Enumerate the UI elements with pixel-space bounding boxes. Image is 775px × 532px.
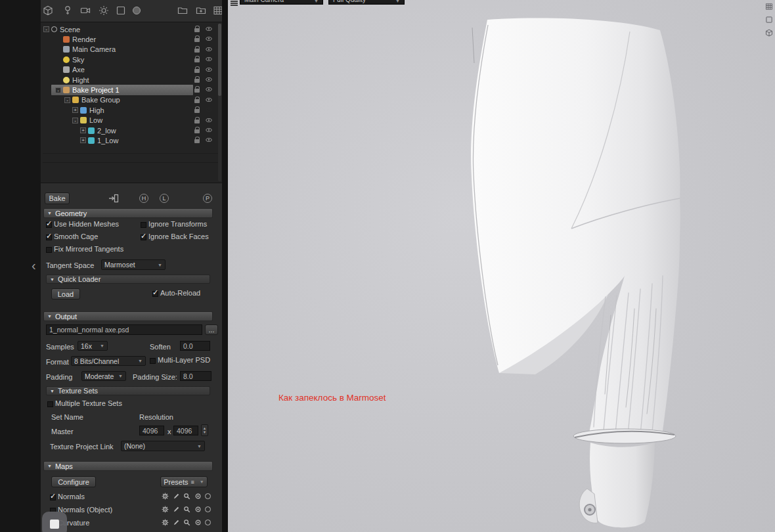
- preview-quick-icon[interactable]: P: [203, 194, 212, 203]
- lock-icon[interactable]: [194, 109, 200, 113]
- tree-row-low[interactable]: - Low: [41, 116, 222, 125]
- visibility-icon[interactable]: [206, 97, 212, 103]
- texture-sets-section-header[interactable]: ▼ Texture Sets: [46, 386, 210, 395]
- lock-icon[interactable]: [194, 139, 200, 143]
- tree-row-axe[interactable]: Axe: [41, 65, 222, 75]
- add-mesh-icon[interactable]: [43, 5, 55, 17]
- maps-section-header[interactable]: ▼ Maps: [43, 461, 213, 471]
- tree-row-scene[interactable]: - Scene: [41, 24, 222, 34]
- lock-icon[interactable]: [194, 89, 200, 93]
- visibility-icon[interactable]: [206, 35, 212, 42]
- visibility-icon[interactable]: [206, 26, 212, 32]
- lock-icon[interactable]: [194, 69, 200, 73]
- ignore-back-faces-checkbox[interactable]: ✓: [141, 234, 146, 240]
- lock-icon[interactable]: [194, 38, 200, 42]
- output-section-header[interactable]: ▼ Output: [43, 311, 213, 321]
- expander-icon[interactable]: -: [43, 26, 49, 32]
- tree-row-bake-project[interactable]: - Bake Project 1: [41, 85, 222, 95]
- visibility-icon[interactable]: [206, 46, 212, 53]
- expander-icon[interactable]: -: [55, 87, 61, 93]
- viewport-grid-icon[interactable]: [765, 3, 773, 11]
- texture-project-link-dropdown[interactable]: (None)▼: [121, 441, 205, 451]
- output-filename-input[interactable]: [46, 324, 202, 335]
- expander-icon[interactable]: -: [64, 97, 70, 103]
- load-button[interactable]: Load: [51, 288, 80, 299]
- geometry-section-header[interactable]: ▼ Geometry: [43, 208, 213, 218]
- add-camera-icon[interactable]: [80, 5, 92, 17]
- lock-icon[interactable]: [194, 120, 200, 123]
- pencil-icon[interactable]: [173, 493, 180, 500]
- quick-loader-section-header[interactable]: ▼ Quick Loader: [46, 275, 210, 284]
- stepper-down-icon[interactable]: ▼: [203, 430, 206, 434]
- visibility-icon[interactable]: [206, 127, 212, 133]
- visibility-icon[interactable]: [206, 137, 212, 143]
- folder-icon[interactable]: [177, 5, 189, 17]
- viewport-cube-icon[interactable]: [765, 29, 773, 37]
- corner-overlay-widget[interactable]: [42, 512, 67, 532]
- high-quick-icon[interactable]: H: [139, 194, 148, 203]
- preview-dot-icon[interactable]: [194, 519, 202, 526]
- multi-layer-psd-checkbox[interactable]: [150, 358, 156, 364]
- gear-icon[interactable]: [162, 506, 169, 513]
- magnifier-icon[interactable]: [183, 506, 190, 513]
- add-folder-icon[interactable]: [196, 5, 208, 17]
- samples-dropdown[interactable]: 16x▼: [78, 341, 108, 351]
- browse-button[interactable]: ...: [205, 324, 218, 335]
- lock-icon[interactable]: [194, 79, 200, 83]
- panel-divider[interactable]: [222, 0, 228, 532]
- visibility-icon[interactable]: [206, 56, 212, 62]
- pencil-icon[interactable]: [173, 506, 180, 513]
- add-sky-icon[interactable]: [99, 5, 110, 17]
- visibility-icon[interactable]: [206, 117, 212, 123]
- camera-dropdown[interactable]: Main Camera▼: [240, 0, 323, 5]
- visibility-icon[interactable]: [206, 66, 212, 73]
- smooth-cage-checkbox[interactable]: ✓: [46, 234, 52, 240]
- tree-row-bake-group[interactable]: - Bake Group: [41, 95, 222, 105]
- tree-row-2-low[interactable]: + 2_low: [41, 125, 222, 135]
- axe-model-render[interactable]: [228, 0, 775, 532]
- tree-row-main-camera[interactable]: Main Camera: [41, 45, 222, 55]
- tree-row-high[interactable]: + High: [41, 105, 222, 115]
- presets-button[interactable]: Presets ≡ ▼: [160, 476, 208, 487]
- tree-row-render[interactable]: Render: [41, 34, 222, 44]
- fix-mirrored-tangents-checkbox[interactable]: [46, 247, 52, 253]
- gear-icon[interactable]: [162, 493, 169, 500]
- preview-dot-icon[interactable]: [194, 506, 202, 513]
- tree-scrollbar[interactable]: [218, 24, 221, 181]
- visibility-icon[interactable]: [206, 76, 212, 83]
- multiple-texture-sets-checkbox[interactable]: [47, 401, 53, 407]
- expander-icon[interactable]: -: [72, 118, 78, 123]
- lock-icon[interactable]: [194, 129, 200, 133]
- lock-icon[interactable]: [194, 99, 200, 103]
- padding-dropdown[interactable]: Moderate▼: [81, 371, 126, 381]
- configure-button[interactable]: Configure: [51, 476, 96, 487]
- use-hidden-meshes-checkbox[interactable]: ✓: [46, 222, 52, 228]
- ring-icon[interactable]: [205, 520, 211, 525]
- expander-icon[interactable]: +: [72, 107, 78, 113]
- tree-row-hight[interactable]: Hight: [41, 75, 222, 85]
- quality-dropdown[interactable]: Full Quality▼: [328, 0, 405, 5]
- ring-icon[interactable]: [205, 493, 211, 499]
- lock-icon[interactable]: [194, 28, 200, 32]
- normals-map-checkbox[interactable]: ✓: [50, 495, 56, 500]
- add-light-icon[interactable]: [62, 5, 74, 17]
- panel-collapse-chevron-icon[interactable]: ‹: [32, 259, 36, 272]
- pencil-icon[interactable]: [173, 519, 180, 526]
- gear-icon[interactable]: [162, 519, 169, 526]
- padding-size-input[interactable]: [180, 371, 211, 381]
- ring-icon[interactable]: [205, 506, 211, 512]
- add-sphere-icon[interactable]: [131, 5, 143, 17]
- ignore-transforms-checkbox[interactable]: [141, 222, 146, 228]
- expander-icon[interactable]: +: [80, 137, 86, 143]
- visibility-icon[interactable]: [206, 106, 212, 113]
- resolution-y-input[interactable]: [173, 426, 198, 435]
- tangent-space-dropdown[interactable]: Marmoset▼: [101, 259, 166, 270]
- magnifier-icon[interactable]: [183, 493, 190, 500]
- viewport-menu-icon[interactable]: [231, 1, 238, 7]
- visibility-icon[interactable]: [206, 86, 212, 93]
- lock-icon[interactable]: [194, 58, 200, 62]
- soften-input[interactable]: [180, 341, 210, 351]
- bake-export-icon[interactable]: [108, 193, 119, 204]
- low-quick-icon[interactable]: L: [160, 194, 169, 203]
- magnifier-icon[interactable]: [183, 519, 190, 526]
